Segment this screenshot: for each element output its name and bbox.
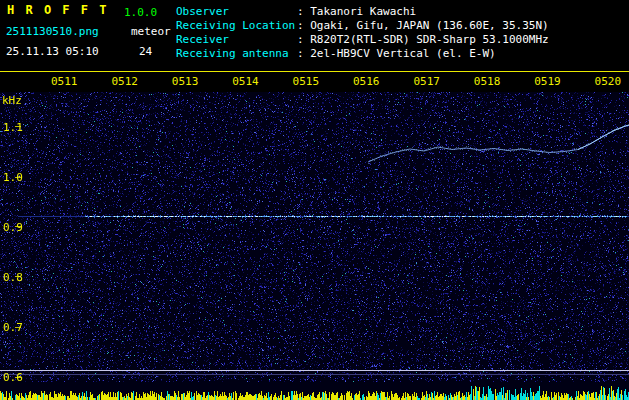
time-tick-label: 0513 — [172, 75, 199, 88]
info-label: Receiver — [176, 33, 297, 47]
time-tick-label: 0520 — [595, 75, 622, 88]
spectrogram-canvas — [0, 92, 629, 400]
time-axis: 0511051205130514051505160517051805190520 — [0, 75, 629, 90]
time-tick-label: 0516 — [353, 75, 380, 88]
info-label: Receiving antenna — [176, 47, 297, 61]
freq-tick-label: 0.8 — [3, 271, 23, 284]
freq-tick-label: 1.1 — [3, 121, 23, 134]
info-value: : Takanori Kawachi — [297, 5, 416, 19]
count-value: 24 — [139, 45, 152, 58]
station-info-row: Observer: Takanori Kawachi — [176, 5, 549, 19]
mode-label: meteor — [131, 25, 171, 38]
station-info-row: Receiving Location: Ogaki, Gifu, JAPAN (… — [176, 19, 549, 33]
time-tick-label: 0511 — [51, 75, 78, 88]
time-tick-label: 0518 — [474, 75, 501, 88]
info-value: : 2el-HB9CV Vertical (el. E-W) — [297, 47, 496, 61]
info-value: : Ogaki, Gifu, JAPAN (136.60E, 35.35N) — [297, 19, 549, 33]
time-tick-label: 0514 — [232, 75, 259, 88]
time-tick-label: 0517 — [413, 75, 440, 88]
station-info: Observer: Takanori KawachiReceiving Loca… — [176, 5, 549, 61]
time-tick-label: 0512 — [111, 75, 138, 88]
info-value: : R820T2(RTL-SDR) SDR-Sharp 53.1000MHz — [297, 33, 549, 47]
freq-tick-label: 0.9 — [3, 221, 23, 234]
header-separator — [0, 71, 629, 72]
info-label: Observer — [176, 5, 297, 19]
output-filename: 2511130510.png — [6, 25, 99, 38]
freq-tick-label: 1.0 — [3, 171, 23, 184]
station-info-row: Receiver: R820T2(RTL-SDR) SDR-Sharp 53.1… — [176, 33, 549, 47]
freq-tick-label: 0.6 — [3, 371, 23, 384]
time-tick-label: 0519 — [534, 75, 561, 88]
time-tick-label: 0515 — [293, 75, 320, 88]
freq-tick-label: 0.7 — [3, 321, 23, 334]
app-title: H R O F F T — [7, 4, 108, 17]
station-info-row: Receiving antenna: 2el-HB9CV Vertical (e… — [176, 47, 549, 61]
app-version: 1.0.0 — [124, 6, 157, 19]
info-label: Receiving Location — [176, 19, 297, 33]
timestamp: 25.11.13 05:10 — [6, 45, 99, 58]
hrofft-output-window: H R O F F T 1.0.0 2511130510.png meteor … — [0, 0, 629, 400]
freq-axis-unit: kHz — [2, 94, 22, 107]
